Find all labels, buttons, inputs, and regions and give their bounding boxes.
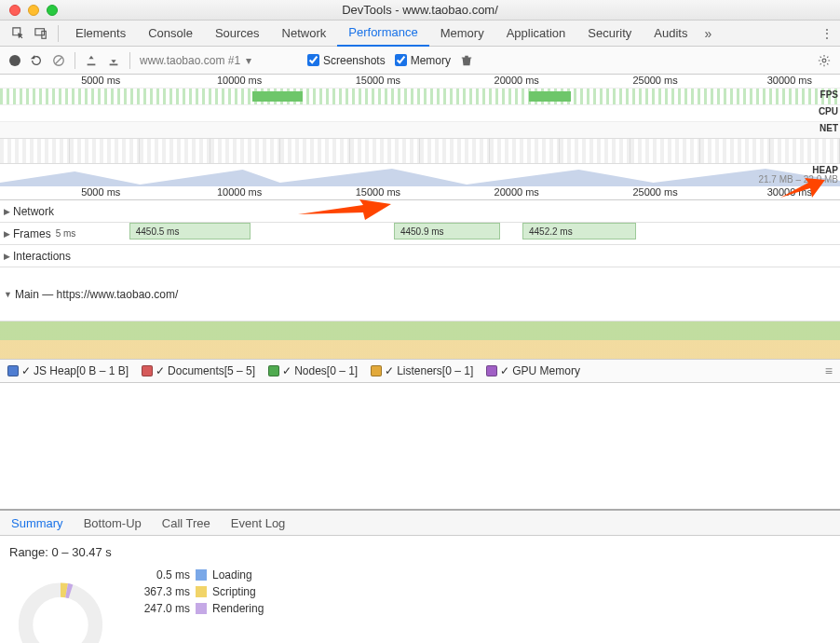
svg-point-3: [822, 59, 826, 62]
frames-track-body[interactable]: 4450.5 ms 4450.9 ms 4452.2 ms: [84, 223, 840, 244]
network-track-body[interactable]: [84, 200, 840, 222]
memory-chart-area[interactable]: [0, 383, 840, 510]
interactions-track-header[interactable]: ▶Interactions: [0, 250, 84, 263]
frame-small-value: 5 ms: [56, 228, 76, 239]
more-tabs-icon[interactable]: »: [704, 26, 711, 41]
screenshots-check-input[interactable]: [307, 54, 319, 66]
svg-rect-0: [35, 28, 45, 34]
separator: [75, 52, 75, 69]
recording-selector[interactable]: www.taobao.com #1▾: [140, 54, 298, 67]
details-tabs: Summary Bottom-Up Call Tree Event Log: [0, 510, 840, 536]
tab-console[interactable]: Console: [137, 21, 204, 47]
reload-record-button[interactable]: [30, 54, 43, 67]
memory-menu-icon[interactable]: ≡: [825, 363, 833, 378]
tab-application[interactable]: Application: [495, 21, 577, 47]
svg-marker-4: [298, 199, 391, 220]
collect-garbage-icon[interactable]: [460, 54, 473, 67]
tab-performance[interactable]: Performance: [337, 21, 428, 47]
tick: 25000 ms: [632, 186, 677, 198]
network-track-header[interactable]: ▶Network: [0, 205, 84, 218]
main-track-label: Main — https://www.taobao.com/: [15, 288, 178, 301]
memory-counters-toolbar: ✓ JS Heap[0 B – 1 B] ✓ Documents[5 – 5] …: [0, 359, 840, 383]
documents-counter[interactable]: ✓ Documents[5 – 5]: [142, 364, 255, 377]
network-track[interactable]: ▶Network: [0, 200, 840, 223]
chevron-down-icon: ▾: [246, 54, 251, 67]
frame-block[interactable]: 4450.5 ms: [129, 223, 251, 239]
tab-security[interactable]: Security: [576, 21, 643, 47]
timeline-overview[interactable]: 5000 ms 10000 ms 15000 ms 20000 ms 25000…: [0, 75, 840, 199]
legend-swatch: [196, 569, 207, 581]
tab-call-tree[interactable]: Call Tree: [162, 513, 210, 534]
documents-label: Documents[5 – 5]: [168, 364, 255, 377]
tab-summary[interactable]: Summary: [11, 513, 63, 534]
screenshot-strip: [0, 138, 840, 164]
separator: [58, 25, 59, 42]
main-thread-track[interactable]: ▼Main — https://www.taobao.com/: [0, 267, 840, 322]
tick: 15000 ms: [356, 75, 400, 86]
tab-elements[interactable]: Elements: [64, 21, 137, 47]
memory-checkbox[interactable]: Memory: [395, 54, 451, 67]
frame-block[interactable]: 4450.9 ms: [394, 223, 500, 239]
chevron-down-icon: ▼: [4, 290, 12, 299]
tick: 5000 ms: [81, 186, 120, 198]
frames-track-label: Frames: [13, 227, 51, 240]
chevron-right-icon: ▶: [4, 252, 10, 261]
listeners-label: Listeners[0 – 1]: [397, 364, 473, 377]
main-flame-chart[interactable]: [0, 322, 840, 359]
tab-event-log[interactable]: Event Log: [231, 513, 286, 534]
frame-block[interactable]: 4452.2 ms: [522, 223, 636, 239]
interactions-track-body[interactable]: [84, 245, 840, 267]
tick: 20000 ms: [495, 75, 539, 86]
kebab-menu-icon[interactable]: ⋮: [821, 27, 833, 40]
tick: 5000 ms: [81, 75, 120, 86]
clear-button[interactable]: [52, 54, 65, 67]
legend-label: Rendering: [212, 602, 264, 615]
main-track-header[interactable]: ▼Main — https://www.taobao.com/: [0, 288, 185, 301]
tab-network[interactable]: Network: [271, 21, 338, 47]
nodes-counter[interactable]: ✓ Nodes[0 – 1]: [268, 364, 358, 377]
inspect-element-icon[interactable]: [7, 27, 30, 40]
tick: 15000 ms: [356, 186, 400, 198]
tick: 20000 ms: [495, 186, 539, 198]
legend-value: 247.0 ms: [134, 602, 190, 615]
save-profile-icon[interactable]: [107, 54, 120, 67]
tab-memory[interactable]: Memory: [429, 21, 495, 47]
svg-point-6: [26, 590, 96, 643]
gpu-counter[interactable]: ✓ GPU Memory: [486, 364, 580, 377]
frames-track-header[interactable]: ▶Frames5 ms: [0, 227, 84, 240]
tick: 25000 ms: [632, 75, 677, 86]
listeners-counter[interactable]: ✓ Listeners[0 – 1]: [371, 364, 473, 377]
load-profile-icon[interactable]: [85, 54, 98, 67]
memory-label: Memory: [411, 54, 451, 67]
screenshots-checkbox[interactable]: Screenshots: [307, 54, 386, 67]
network-track-label: Network: [13, 205, 54, 218]
legend-row: 0.5 msLoading: [134, 568, 264, 581]
tab-sources[interactable]: Sources: [204, 21, 271, 47]
gpu-label: GPU Memory: [512, 364, 580, 377]
annotation-arrow-icon: [780, 177, 825, 204]
tab-audits[interactable]: Audits: [643, 21, 698, 47]
range-label: Range: 0 – 30.47 s: [9, 545, 831, 559]
heap-lane: HEAP 21.7 MB – 22.0 MB: [0, 164, 840, 186]
fps-label: FPS: [820, 89, 838, 100]
separator: [129, 52, 130, 69]
device-toolbar-icon[interactable]: [30, 27, 52, 40]
window-title: DevTools - www.taobao.com/: [0, 3, 840, 17]
summary-legend: 0.5 msLoading 367.3 msScripting 247.0 ms…: [134, 568, 264, 634]
memory-check-input[interactable]: [395, 54, 407, 66]
recording-label: www.taobao.com #1: [140, 54, 240, 67]
window-titlebar: DevTools - www.taobao.com/: [0, 0, 840, 21]
interactions-track[interactable]: ▶Interactions: [0, 245, 840, 267]
frames-track[interactable]: ▶Frames5 ms 4450.5 ms 4450.9 ms 4452.2 m…: [0, 223, 840, 245]
capture-settings-icon[interactable]: [818, 54, 831, 67]
legend-swatch: [196, 603, 207, 614]
jsheap-counter[interactable]: ✓ JS Heap[0 B – 1 B]: [7, 364, 129, 377]
legend-label: Scripting: [212, 585, 256, 598]
record-button[interactable]: [9, 55, 20, 66]
cpu-label: CPU: [819, 106, 838, 116]
svg-marker-5: [780, 178, 825, 198]
summary-donut-chart: 30467 ms: [9, 568, 112, 634]
legend-value: 0.5 ms: [134, 568, 190, 581]
tick: 30000 ms: [767, 75, 812, 86]
tab-bottom-up[interactable]: Bottom-Up: [84, 513, 142, 534]
